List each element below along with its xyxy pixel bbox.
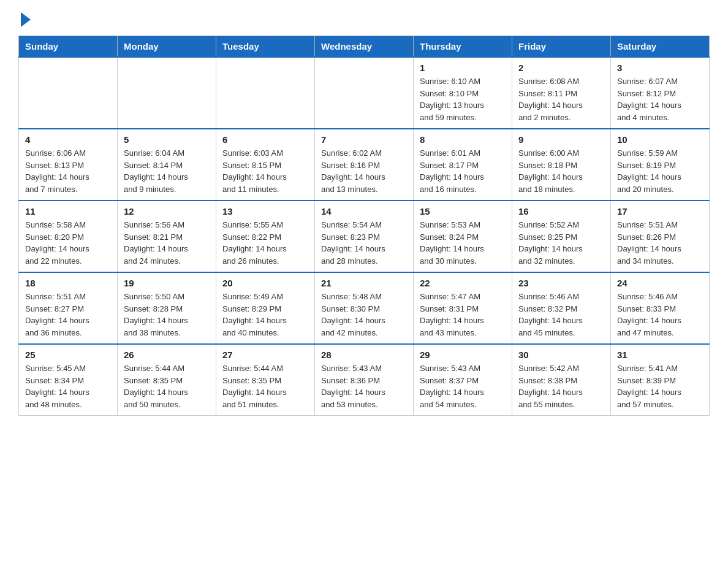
calendar-day-cell: 19Sunrise: 5:50 AM Sunset: 8:28 PM Dayli… (118, 272, 216, 344)
day-info: Sunrise: 5:47 AM Sunset: 8:31 PM Dayligh… (420, 291, 506, 339)
calendar-day-header: Monday (118, 36, 216, 58)
day-number: 21 (321, 278, 407, 288)
calendar-day-cell: 17Sunrise: 5:51 AM Sunset: 8:26 PM Dayli… (611, 201, 710, 272)
day-number: 4 (25, 134, 111, 145)
day-info: Sunrise: 5:53 AM Sunset: 8:24 PM Dayligh… (420, 219, 506, 267)
day-info: Sunrise: 5:43 AM Sunset: 8:37 PM Dayligh… (420, 362, 506, 410)
day-number: 12 (124, 206, 210, 216)
day-number: 5 (124, 134, 210, 145)
calendar-day-cell: 2Sunrise: 6:08 AM Sunset: 8:11 PM Daylig… (512, 57, 611, 129)
day-info: Sunrise: 5:48 AM Sunset: 8:30 PM Dayligh… (321, 291, 407, 339)
day-info: Sunrise: 5:51 AM Sunset: 8:26 PM Dayligh… (617, 219, 703, 267)
day-info: Sunrise: 5:51 AM Sunset: 8:27 PM Dayligh… (25, 291, 111, 339)
day-info: Sunrise: 5:42 AM Sunset: 8:38 PM Dayligh… (518, 362, 604, 410)
day-info: Sunrise: 6:01 AM Sunset: 8:17 PM Dayligh… (420, 147, 506, 195)
day-info: Sunrise: 5:46 AM Sunset: 8:33 PM Dayligh… (617, 291, 703, 339)
day-number: 18 (25, 278, 111, 288)
day-number: 6 (222, 134, 308, 145)
day-info: Sunrise: 5:59 AM Sunset: 8:19 PM Dayligh… (617, 147, 703, 195)
calendar-day-cell: 4Sunrise: 6:06 AM Sunset: 8:13 PM Daylig… (19, 129, 118, 201)
day-number: 13 (222, 206, 308, 216)
day-number: 30 (518, 350, 604, 360)
calendar-day-header: Thursday (414, 36, 512, 58)
day-number: 2 (518, 63, 604, 73)
calendar-week-row: 25Sunrise: 5:45 AM Sunset: 8:34 PM Dayli… (19, 344, 710, 416)
day-number: 25 (25, 350, 111, 360)
calendar-week-row: 11Sunrise: 5:58 AM Sunset: 8:20 PM Dayli… (19, 201, 710, 272)
calendar-day-cell: 11Sunrise: 5:58 AM Sunset: 8:20 PM Dayli… (19, 201, 118, 272)
day-number: 26 (124, 350, 210, 360)
calendar-day-cell: 20Sunrise: 5:49 AM Sunset: 8:29 PM Dayli… (216, 272, 315, 344)
calendar-week-row: 4Sunrise: 6:06 AM Sunset: 8:13 PM Daylig… (19, 129, 710, 201)
day-info: Sunrise: 5:55 AM Sunset: 8:22 PM Dayligh… (222, 219, 308, 267)
calendar-day-cell: 18Sunrise: 5:51 AM Sunset: 8:27 PM Dayli… (19, 272, 118, 344)
day-info: Sunrise: 5:44 AM Sunset: 8:35 PM Dayligh… (222, 362, 308, 410)
day-info: Sunrise: 6:03 AM Sunset: 8:15 PM Dayligh… (222, 147, 308, 195)
day-info: Sunrise: 6:10 AM Sunset: 8:10 PM Dayligh… (420, 75, 506, 123)
calendar-day-cell (216, 57, 315, 129)
calendar-day-header: Saturday (611, 36, 710, 58)
day-info: Sunrise: 5:54 AM Sunset: 8:23 PM Dayligh… (321, 219, 407, 267)
calendar-day-cell: 25Sunrise: 5:45 AM Sunset: 8:34 PM Dayli… (19, 344, 118, 416)
calendar-day-cell: 5Sunrise: 6:04 AM Sunset: 8:14 PM Daylig… (118, 129, 216, 201)
calendar-day-cell: 29Sunrise: 5:43 AM Sunset: 8:37 PM Dayli… (414, 344, 512, 416)
calendar-day-cell: 27Sunrise: 5:44 AM Sunset: 8:35 PM Dayli… (216, 344, 315, 416)
day-number: 22 (420, 278, 506, 288)
day-info: Sunrise: 6:07 AM Sunset: 8:12 PM Dayligh… (617, 75, 703, 123)
day-info: Sunrise: 6:04 AM Sunset: 8:14 PM Dayligh… (124, 147, 210, 195)
day-number: 9 (518, 134, 604, 145)
calendar-day-cell: 8Sunrise: 6:01 AM Sunset: 8:17 PM Daylig… (414, 129, 512, 201)
calendar-day-cell (315, 57, 414, 129)
day-info: Sunrise: 6:02 AM Sunset: 8:16 PM Dayligh… (321, 147, 407, 195)
calendar-day-cell: 22Sunrise: 5:47 AM Sunset: 8:31 PM Dayli… (414, 272, 512, 344)
calendar-week-row: 18Sunrise: 5:51 AM Sunset: 8:27 PM Dayli… (19, 272, 710, 344)
day-number: 1 (420, 63, 506, 73)
day-info: Sunrise: 5:49 AM Sunset: 8:29 PM Dayligh… (222, 291, 308, 339)
logo-triangle-icon (21, 12, 31, 27)
calendar-day-header: Wednesday (315, 36, 414, 58)
calendar-day-cell: 15Sunrise: 5:53 AM Sunset: 8:24 PM Dayli… (414, 201, 512, 272)
calendar-day-cell: 1Sunrise: 6:10 AM Sunset: 8:10 PM Daylig… (414, 57, 512, 129)
day-number: 15 (420, 206, 506, 216)
day-info: Sunrise: 5:52 AM Sunset: 8:25 PM Dayligh… (518, 219, 604, 267)
page-header (18, 12, 710, 25)
day-number: 20 (222, 278, 308, 288)
day-info: Sunrise: 5:41 AM Sunset: 8:39 PM Dayligh… (617, 362, 703, 410)
calendar-day-header: Sunday (19, 36, 118, 58)
day-number: 23 (518, 278, 604, 288)
calendar-day-header: Friday (512, 36, 611, 58)
day-info: Sunrise: 6:08 AM Sunset: 8:11 PM Dayligh… (518, 75, 604, 123)
day-info: Sunrise: 6:06 AM Sunset: 8:13 PM Dayligh… (25, 147, 111, 195)
calendar-day-cell (19, 57, 118, 129)
calendar-table: SundayMondayTuesdayWednesdayThursdayFrid… (18, 36, 710, 416)
calendar-day-cell: 12Sunrise: 5:56 AM Sunset: 8:21 PM Dayli… (118, 201, 216, 272)
day-info: Sunrise: 5:45 AM Sunset: 8:34 PM Dayligh… (25, 362, 111, 410)
day-number: 24 (617, 278, 703, 288)
day-info: Sunrise: 5:43 AM Sunset: 8:36 PM Dayligh… (321, 362, 407, 410)
day-number: 3 (617, 63, 703, 73)
calendar-day-cell: 21Sunrise: 5:48 AM Sunset: 8:30 PM Dayli… (315, 272, 414, 344)
calendar-week-row: 1Sunrise: 6:10 AM Sunset: 8:10 PM Daylig… (19, 57, 710, 129)
day-number: 10 (617, 134, 703, 145)
day-number: 14 (321, 206, 407, 216)
calendar-day-cell: 26Sunrise: 5:44 AM Sunset: 8:35 PM Dayli… (118, 344, 216, 416)
calendar-day-cell: 28Sunrise: 5:43 AM Sunset: 8:36 PM Dayli… (315, 344, 414, 416)
calendar-day-cell: 3Sunrise: 6:07 AM Sunset: 8:12 PM Daylig… (611, 57, 710, 129)
calendar-day-header: Tuesday (216, 36, 315, 58)
day-number: 28 (321, 350, 407, 360)
calendar-day-cell: 6Sunrise: 6:03 AM Sunset: 8:15 PM Daylig… (216, 129, 315, 201)
day-number: 31 (617, 350, 703, 360)
calendar-day-cell: 23Sunrise: 5:46 AM Sunset: 8:32 PM Dayli… (512, 272, 611, 344)
calendar-day-cell: 10Sunrise: 5:59 AM Sunset: 8:19 PM Dayli… (611, 129, 710, 201)
logo (18, 12, 31, 25)
day-number: 11 (25, 206, 111, 216)
calendar-day-cell: 24Sunrise: 5:46 AM Sunset: 8:33 PM Dayli… (611, 272, 710, 344)
calendar-day-cell: 30Sunrise: 5:42 AM Sunset: 8:38 PM Dayli… (512, 344, 611, 416)
calendar-header-row: SundayMondayTuesdayWednesdayThursdayFrid… (19, 36, 710, 58)
day-info: Sunrise: 6:00 AM Sunset: 8:18 PM Dayligh… (518, 147, 604, 195)
day-info: Sunrise: 5:46 AM Sunset: 8:32 PM Dayligh… (518, 291, 604, 339)
day-info: Sunrise: 5:56 AM Sunset: 8:21 PM Dayligh… (124, 219, 210, 267)
day-number: 8 (420, 134, 506, 145)
day-number: 19 (124, 278, 210, 288)
day-number: 16 (518, 206, 604, 216)
